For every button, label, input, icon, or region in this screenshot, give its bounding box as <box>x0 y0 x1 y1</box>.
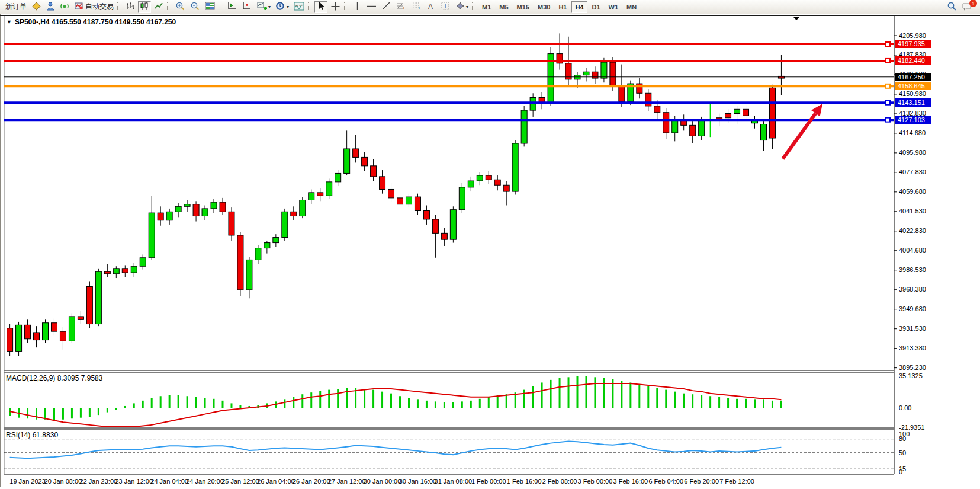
svg-text:T: T <box>444 3 447 9</box>
timeframe-w1-button[interactable]: W1 <box>605 1 622 13</box>
vertical-line-icon[interactable] <box>351 1 364 13</box>
candle-body <box>672 120 678 133</box>
timeframe-m1-button[interactable]: M1 <box>478 1 494 13</box>
price-line-handle[interactable] <box>886 59 890 63</box>
dropdown-caret-icon[interactable]: ▾ <box>268 4 271 9</box>
date-axis-label: 25 Jan 12:00 <box>221 478 259 485</box>
price-line-badge[interactable]: 4127.103 <box>895 116 931 124</box>
candle-body <box>450 210 456 239</box>
price-tick-label: 4059.680 <box>899 188 926 195</box>
price-tick-label: 4205.980 <box>899 32 926 39</box>
notifications-button[interactable]: 1 <box>960 1 974 13</box>
indicator-window-icon[interactable] <box>225 1 239 13</box>
price-tick-label: 3913.380 <box>899 344 926 351</box>
chart-window[interactable]: ▼ SP500-,H4 4165.550 4187.750 4149.550 4… <box>0 14 980 487</box>
order-diamond-icon[interactable] <box>30 1 43 13</box>
new-order-button[interactable]: 新订单 <box>2 1 28 13</box>
trendline-icon[interactable] <box>380 1 393 13</box>
timeframe-h1-button[interactable]: H1 <box>555 1 570 13</box>
candle-body <box>486 175 491 180</box>
price-line-badge[interactable]: 4158.645 <box>895 82 931 90</box>
add-indicator-icon[interactable]: ▾ <box>255 1 272 13</box>
timeframe-h4-button[interactable]: H4 <box>571 1 587 13</box>
dropdown-caret-icon[interactable]: ▾ <box>466 4 468 9</box>
candle-body <box>494 180 500 185</box>
candle-body <box>7 328 13 352</box>
grid-icon[interactable]: F <box>409 1 423 13</box>
horizontal-line-icon[interactable] <box>365 1 378 13</box>
chart-canvas[interactable] <box>0 14 980 487</box>
timeframe-d1-button[interactable]: D1 <box>589 1 604 13</box>
signal-icon[interactable] <box>58 1 71 13</box>
date-axis-label: 1 Feb 00:00 <box>471 478 506 485</box>
autotrade-button <box>74 1 83 12</box>
date-axis-label: 20 Jan 08:00 <box>44 478 82 485</box>
date-axis-label: 19 Jan 2023 <box>9 478 46 485</box>
date-axis-label: 23 Jan 12:00 <box>115 478 153 485</box>
price-line-handle[interactable] <box>886 118 890 122</box>
scroll-marker-icon[interactable] <box>793 17 800 20</box>
search-button[interactable] <box>945 1 959 13</box>
toolbar-right-group: 1 <box>944 1 976 13</box>
price-tick-label: 4022.830 <box>899 227 926 234</box>
text-icon[interactable]: A <box>425 1 438 13</box>
price-line-badge[interactable]: 4182.440 <box>895 56 931 65</box>
autotrade-button[interactable]: 自动交易 <box>72 1 115 13</box>
period-clock-icon[interactable]: ▾ <box>274 1 291 13</box>
rsi-label: RSI(14) 61.8830 <box>6 431 58 439</box>
crosshair-icon[interactable] <box>329 1 342 13</box>
date-axis-label: 3 Feb 16:00 <box>613 478 648 485</box>
candle-body <box>388 189 394 197</box>
tile-windows-icon <box>205 1 215 12</box>
shapes-icon[interactable]: ▾ <box>454 1 470 13</box>
candle-body <box>122 269 128 273</box>
price-line-badge[interactable]: 4167.250 <box>895 73 931 81</box>
candle-body <box>423 211 429 219</box>
fibonacci-icon[interactable]: E <box>394 1 408 13</box>
date-axis-label: 7 Feb 12:00 <box>719 478 754 485</box>
candle-body <box>760 124 766 140</box>
zoom-in-icon[interactable] <box>173 1 187 13</box>
indicator-window-close-icon[interactable] <box>240 1 253 13</box>
price-line-badge[interactable]: 4197.935 <box>895 40 931 48</box>
toolbar-separator <box>167 2 172 12</box>
macd-scale-label: 35.1325 <box>899 372 923 379</box>
timeframe-m5-button[interactable]: M5 <box>496 1 512 13</box>
candle-body <box>43 323 49 340</box>
price-line-handle[interactable] <box>886 84 890 88</box>
dropdown-caret-icon[interactable]: ▾ <box>287 4 289 9</box>
candle-body <box>95 271 101 324</box>
candle-body <box>158 213 163 220</box>
price-line-handle[interactable] <box>886 42 890 46</box>
candle-body <box>344 149 350 173</box>
timeframe-mn-button[interactable]: MN <box>623 1 640 13</box>
candle-body <box>592 72 598 78</box>
profile-icon <box>46 1 55 12</box>
timeframe-m30-button[interactable]: M30 <box>534 1 554 13</box>
indicator-window-icon <box>227 1 237 12</box>
candle-body <box>380 177 385 190</box>
timeframe-m15-button[interactable]: M15 <box>513 1 533 13</box>
bar-chart-icon[interactable] <box>124 1 137 13</box>
tile-windows-icon[interactable] <box>203 1 217 13</box>
candle-body <box>16 325 22 351</box>
date-axis-label: 24 Jan 04:00 <box>150 478 188 485</box>
template-icon[interactable] <box>292 1 306 13</box>
zoom-out-icon[interactable] <box>188 1 202 13</box>
candlestick-icon[interactable] <box>138 1 151 13</box>
candle-body <box>610 62 616 86</box>
toolbar-separator <box>219 2 223 12</box>
candle-body <box>113 269 119 274</box>
label-icon: T <box>441 1 451 12</box>
price-line-handle[interactable] <box>886 101 890 105</box>
zoom-in-icon <box>175 1 185 13</box>
line-chart-icon[interactable] <box>152 1 165 13</box>
cursor-icon[interactable] <box>314 1 327 13</box>
chart-title-triangle-icon[interactable]: ▼ <box>7 19 12 25</box>
candle-body <box>166 212 172 220</box>
date-axis-label: 26 Jan 04:00 <box>257 478 295 485</box>
price-line-badge[interactable]: 4143.151 <box>895 98 931 107</box>
profile-icon[interactable] <box>44 1 57 13</box>
label-icon[interactable]: T <box>439 1 452 13</box>
candle-body <box>734 109 740 113</box>
